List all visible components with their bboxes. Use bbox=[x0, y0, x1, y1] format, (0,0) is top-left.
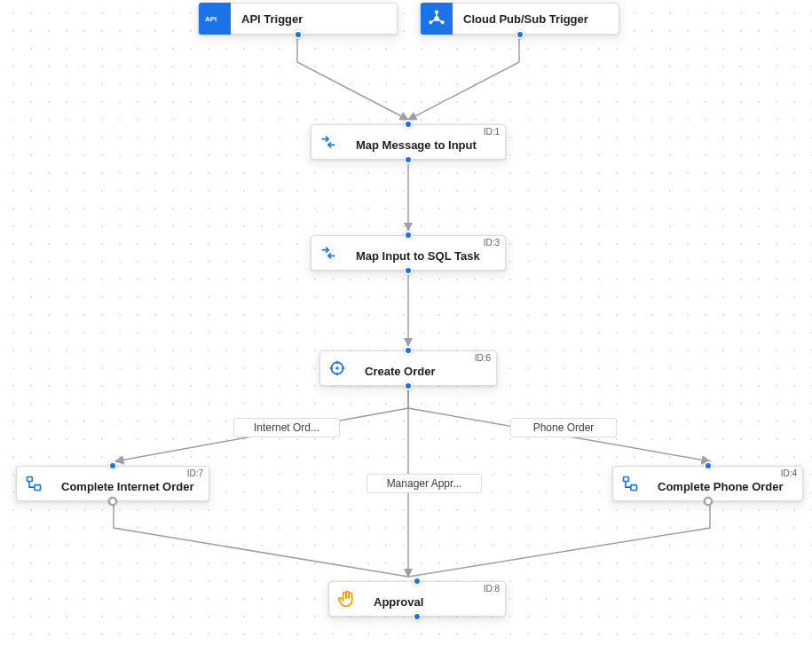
port-in[interactable] bbox=[108, 461, 117, 470]
node-label: Map Input to SQL Task bbox=[345, 244, 505, 263]
node-pubsub-trigger[interactable]: Cloud Pub/Sub Trigger bbox=[420, 3, 619, 35]
svg-rect-15 bbox=[35, 485, 41, 491]
node-id: ID:4 bbox=[781, 468, 797, 478]
node-id: ID:7 bbox=[187, 468, 203, 478]
port-out[interactable] bbox=[516, 30, 524, 39]
port-out[interactable] bbox=[704, 497, 713, 506]
edges-layer bbox=[0, 0, 812, 645]
svg-point-9 bbox=[335, 366, 338, 369]
edge-label-internet[interactable]: Internet Ord... bbox=[233, 418, 340, 437]
node-label: Complete Internet Order bbox=[51, 475, 209, 493]
port-out[interactable] bbox=[108, 497, 117, 506]
node-create-order[interactable]: Create Order ID:6 bbox=[319, 350, 497, 386]
node-id: ID:1 bbox=[484, 127, 500, 137]
port-out[interactable] bbox=[404, 381, 413, 390]
hand-icon bbox=[329, 583, 363, 615]
svg-rect-14 bbox=[28, 477, 33, 482]
node-complete-phone[interactable]: Complete Phone Order ID:4 bbox=[612, 466, 803, 501]
node-api-trigger[interactable]: API API Trigger bbox=[198, 3, 398, 35]
svg-rect-17 bbox=[631, 485, 637, 491]
node-label: Cloud Pub/Sub Trigger bbox=[453, 12, 619, 26]
edge-label-manager[interactable]: Manager Appr... bbox=[367, 474, 482, 493]
node-label: Map Message to Input bbox=[345, 133, 505, 152]
port-out[interactable] bbox=[404, 155, 413, 164]
node-map-sql[interactable]: Map Input to SQL Task ID:3 bbox=[311, 235, 506, 271]
port-out[interactable] bbox=[404, 266, 413, 275]
port-in[interactable] bbox=[404, 231, 413, 240]
port-out[interactable] bbox=[413, 612, 422, 621]
subflow-icon bbox=[17, 468, 51, 499]
node-approval[interactable]: Approval ID:8 bbox=[328, 581, 506, 617]
map-icon bbox=[311, 237, 345, 269]
edge-label-phone[interactable]: Phone Order bbox=[510, 418, 617, 437]
port-out[interactable] bbox=[294, 30, 303, 39]
subflow-icon bbox=[613, 468, 647, 499]
target-icon bbox=[320, 352, 354, 384]
node-label: API Trigger bbox=[231, 12, 397, 26]
node-id: ID:3 bbox=[484, 238, 500, 248]
svg-text:API: API bbox=[205, 15, 217, 23]
svg-rect-16 bbox=[624, 477, 629, 482]
port-in[interactable] bbox=[704, 461, 713, 470]
node-complete-internet[interactable]: Complete Internet Order ID:7 bbox=[16, 466, 209, 501]
port-in[interactable] bbox=[404, 346, 413, 355]
port-in[interactable] bbox=[404, 120, 413, 129]
pubsub-icon bbox=[421, 3, 453, 35]
map-icon bbox=[311, 126, 345, 158]
node-map-message[interactable]: Map Message to Input ID:1 bbox=[311, 124, 506, 160]
port-in[interactable] bbox=[413, 577, 422, 586]
api-icon: API bbox=[199, 3, 231, 35]
node-id: ID:6 bbox=[475, 353, 491, 363]
node-id: ID:8 bbox=[484, 584, 500, 594]
node-label: Complete Phone Order bbox=[647, 475, 802, 493]
